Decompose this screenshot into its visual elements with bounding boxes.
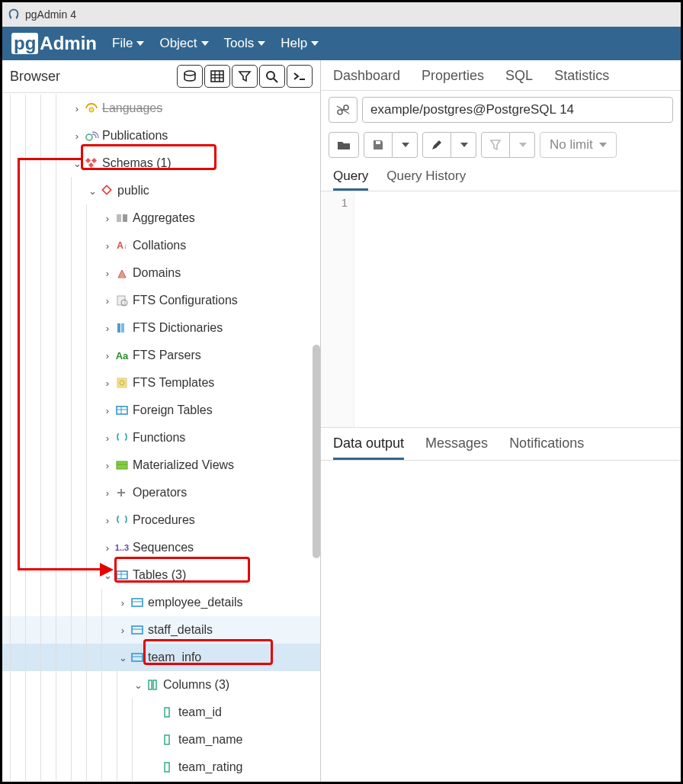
caret-right-icon[interactable]: ›: [101, 268, 114, 279]
caret-right-icon[interactable]: ›: [101, 432, 114, 444]
caret-right-icon[interactable]: ›: [71, 130, 83, 142]
search-icon[interactable]: [259, 65, 285, 88]
tree-item-team-rating[interactable]: · team_rating: [2, 753, 320, 781]
object-tree[interactable]: › Languages › Publications ⌄ Schemas (1)…: [2, 93, 320, 782]
tree-item-publications[interactable]: › Publications: [2, 122, 320, 149]
open-file-button[interactable]: [329, 132, 359, 158]
save-button[interactable]: [364, 132, 393, 158]
edit-dropdown[interactable]: [451, 132, 476, 158]
svg-rect-37: [132, 654, 143, 661]
menu-object[interactable]: Object: [159, 36, 208, 51]
filter-dropdown[interactable]: [510, 132, 535, 158]
operators-icon: [114, 487, 130, 499]
caret-right-icon[interactable]: ›: [101, 542, 114, 554]
tab-data-output[interactable]: Data output: [333, 435, 404, 460]
tab-query-history[interactable]: Query History: [386, 169, 466, 191]
query-tabs: Query Query History: [321, 164, 681, 191]
sequences-icon: 1..3: [114, 543, 130, 552]
tree-item-collations[interactable]: › A↓ Collations: [2, 232, 320, 259]
svg-rect-39: [149, 680, 152, 689]
tree-item-public[interactable]: ⌄ public: [2, 177, 320, 204]
tree-item-tables[interactable]: ⌄ Tables (3): [2, 561, 320, 589]
menu-file[interactable]: File: [112, 36, 144, 51]
query-tool-icon[interactable]: [177, 65, 203, 88]
caret-right-icon[interactable]: ›: [101, 350, 114, 361]
filter-button[interactable]: [481, 132, 510, 158]
caret-right-icon[interactable]: ›: [101, 213, 114, 224]
caret-right-icon[interactable]: ›: [101, 405, 114, 416]
table-icon: [129, 596, 146, 609]
psql-icon[interactable]: [287, 65, 313, 88]
edit-button[interactable]: [422, 132, 451, 158]
tree-item-schemas[interactable]: ⌄ Schemas (1): [2, 149, 320, 177]
svg-rect-48: [376, 141, 380, 144]
tab-properties[interactable]: Properties: [422, 68, 484, 84]
browser-sidebar: Browser › Languages › Publications: [2, 60, 321, 782]
limit-dropdown[interactable]: No limit: [540, 132, 617, 158]
menu-help[interactable]: Help: [281, 36, 319, 51]
caret-right-icon[interactable]: ›: [101, 323, 114, 334]
tree-item-fts-templates[interactable]: › FTS Templates: [2, 369, 320, 397]
svg-rect-19: [117, 323, 120, 333]
sql-editor[interactable]: 1: [321, 191, 681, 428]
caret-right-icon[interactable]: ›: [101, 460, 114, 471]
tree-item-team-id[interactable]: · team_id: [2, 699, 320, 726]
tree-item-domains[interactable]: › Domains: [2, 259, 320, 287]
caret-down-icon[interactable]: ⌄: [132, 680, 144, 691]
window-title: pgAdmin 4: [25, 8, 76, 21]
caret-down-icon[interactable]: ⌄: [86, 185, 98, 197]
svg-rect-33: [132, 599, 143, 606]
tab-notifications[interactable]: Notifications: [509, 435, 584, 460]
menu-tools[interactable]: Tools: [224, 36, 266, 51]
scrollbar[interactable]: [313, 345, 320, 558]
chevron-down-icon: [311, 41, 319, 46]
caret-right-icon[interactable]: ›: [117, 597, 129, 609]
schemas-icon: [83, 157, 100, 169]
tab-dashboard[interactable]: Dashboard: [333, 68, 400, 84]
tab-sql[interactable]: SQL: [505, 68, 533, 84]
editor-body[interactable]: [354, 191, 681, 427]
svg-rect-15: [123, 214, 127, 222]
svg-rect-43: [165, 763, 169, 772]
fts-dict-icon: [114, 322, 130, 334]
chevron-down-icon: [258, 41, 265, 46]
caret-right-icon[interactable]: ›: [71, 103, 83, 114]
tree-item-team-info[interactable]: ⌄ team_info: [2, 644, 320, 671]
caret-right-icon[interactable]: ›: [101, 240, 114, 252]
caret-down-icon[interactable]: ⌄: [71, 158, 83, 169]
save-dropdown[interactable]: [393, 132, 418, 158]
svg-line-7: [274, 79, 277, 82]
caret-right-icon[interactable]: ›: [101, 295, 114, 307]
tab-messages[interactable]: Messages: [425, 435, 488, 460]
tree-item-foreign-tables[interactable]: › Foreign Tables: [2, 397, 320, 424]
tree-item-operators[interactable]: › Operators: [2, 479, 320, 506]
tree-item-materialized-views[interactable]: › Materialized Views: [2, 451, 320, 479]
caret-right-icon[interactable]: ›: [101, 378, 114, 389]
tree-item-staff-details[interactable]: › staff_details: [2, 616, 320, 644]
view-data-icon[interactable]: [204, 65, 230, 88]
tree-item-fts-dictionaries[interactable]: › FTS Dictionaries: [2, 314, 320, 342]
caret-right-icon[interactable]: ›: [101, 487, 114, 499]
connection-status-icon[interactable]: [329, 97, 358, 123]
caret-down-icon[interactable]: ⌄: [117, 652, 129, 664]
tab-query[interactable]: Query: [333, 169, 368, 191]
edit-group: [422, 132, 476, 158]
filter-rows-icon[interactable]: [232, 65, 258, 88]
connection-string[interactable]: example/postgres@PostgreSQL 14: [362, 97, 673, 123]
tree-item-sequences[interactable]: › 1..3 Sequences: [2, 534, 320, 561]
caret-right-icon[interactable]: ›: [117, 625, 129, 636]
tree-item-fts-configurations[interactable]: › FTS Configurations: [2, 287, 320, 314]
tree-item-procedures[interactable]: › Procedures: [2, 506, 320, 534]
caret-right-icon[interactable]: ›: [101, 515, 114, 526]
caret-down-icon[interactable]: ⌄: [101, 570, 114, 581]
tree-item-employee-details[interactable]: › employee_details: [2, 589, 320, 616]
tree-item-fts-parsers[interactable]: › Aa FTS Parsers: [2, 342, 320, 369]
tree-item-team-name[interactable]: · team_name: [2, 726, 320, 753]
tab-statistics[interactable]: Statistics: [554, 68, 609, 84]
tree-item-functions[interactable]: › Functions: [2, 424, 320, 451]
brand-admin: Admin: [40, 33, 97, 54]
tree-item-aggregates[interactable]: › Aggregates: [2, 204, 320, 232]
svg-rect-40: [153, 680, 156, 689]
tree-item-languages[interactable]: › Languages: [2, 95, 320, 122]
tree-item-columns[interactable]: ⌄ Columns (3): [2, 671, 320, 699]
